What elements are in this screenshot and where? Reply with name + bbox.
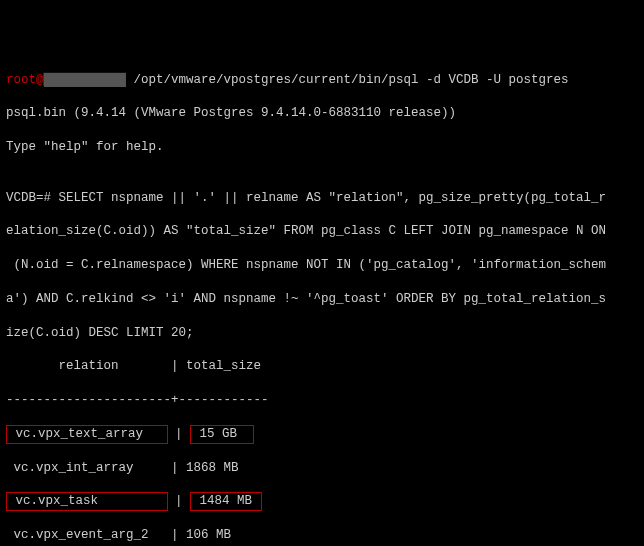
highlight-relation: vc.vpx_task [6,492,168,511]
prompt-command: /opt/vmware/vpostgres/current/bin/psql -… [126,73,569,87]
prompt-line: root@███████████ /opt/vmware/vpostgres/c… [6,72,638,89]
prompt-user: root@ [6,73,44,87]
highlight-size: 15 GB [190,425,254,444]
highlight-relation: vc.vpx_text_array [6,425,168,444]
table-row: vc.vpx_event_arg_2 | 106 MB [6,527,638,544]
query-line: ize(C.oid) DESC LIMIT 20; [6,325,638,342]
highlight-size: 1484 MB [190,492,262,511]
table-header: relation | total_size [6,358,638,375]
table-divider: ----------------------+------------ [6,392,638,409]
prompt-host-hidden: ███████████ [44,73,127,87]
psql-version: psql.bin (9.4.14 (VMware Postgres 9.4.14… [6,105,638,122]
table-row: vc.vpx_task | 1484 MB [6,493,638,510]
table-row: vc.vpx_text_array | 15 GB [6,426,638,443]
query-line: (N.oid = C.relnamespace) WHERE nspname N… [6,257,638,274]
query-line: a') AND C.relkind <> 'i' AND nspname !~ … [6,291,638,308]
psql-help-hint: Type "help" for help. [6,139,638,156]
table-row: vc.vpx_int_array | 1868 MB [6,460,638,477]
query-line: elation_size(C.oid)) AS "total_size" FRO… [6,223,638,240]
query-line: VCDB=# SELECT nspname || '.' || relname … [6,190,638,207]
